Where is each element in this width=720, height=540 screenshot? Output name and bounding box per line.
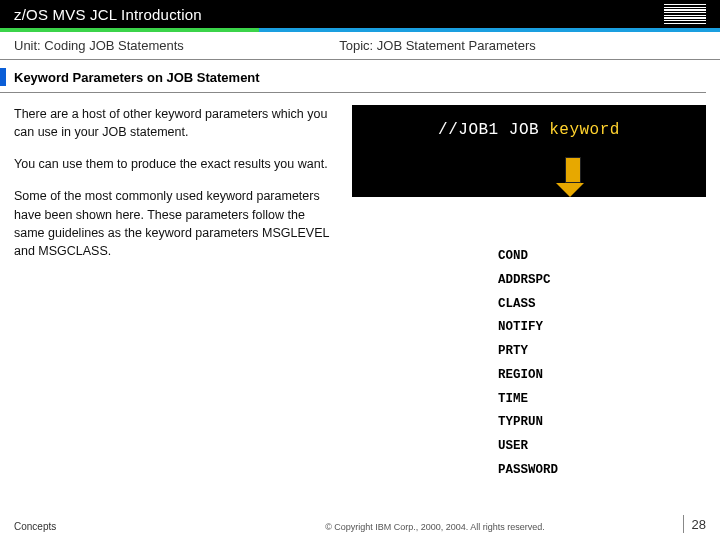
keyword-item: PASSWORD bbox=[498, 459, 706, 483]
paragraph-2: You can use them to produce the exact re… bbox=[14, 155, 334, 173]
keyword-item: CLASS bbox=[498, 293, 706, 317]
code-prefix: //JOB1 JOB bbox=[438, 121, 549, 139]
description-column: There are a host of other keyword parame… bbox=[14, 105, 334, 483]
jcl-code-line: //JOB1 JOB keyword bbox=[364, 121, 694, 139]
footer-page-number: 28 bbox=[656, 515, 706, 532]
course-title: z/OS MVS JCL Introduction bbox=[14, 6, 202, 23]
section-marker-icon bbox=[0, 68, 6, 86]
content-area: There are a host of other keyword parame… bbox=[0, 93, 720, 483]
footer: Concepts © Copyright IBM Corp., 2000, 20… bbox=[0, 515, 720, 532]
subheader: Unit: Coding JOB Statements Topic: JOB S… bbox=[0, 32, 720, 60]
topic-label: Topic: JOB Statement Parameters bbox=[339, 38, 706, 53]
unit-label: Unit: Coding JOB Statements bbox=[14, 38, 339, 53]
keyword-item: PRTY bbox=[498, 340, 706, 364]
ibm-logo-icon bbox=[664, 4, 706, 24]
keyword-item: COND bbox=[498, 245, 706, 269]
code-terminal: //JOB1 JOB keyword bbox=[352, 105, 706, 197]
paragraph-1: There are a host of other keyword parame… bbox=[14, 105, 334, 141]
paragraph-3: Some of the most commonly used keyword p… bbox=[14, 187, 334, 260]
footer-copyright: © Copyright IBM Corp., 2000, 2004. All r… bbox=[214, 522, 656, 532]
keyword-item: NOTIFY bbox=[498, 316, 706, 340]
keyword-item: REGION bbox=[498, 364, 706, 388]
keyword-item: USER bbox=[498, 435, 706, 459]
keyword-list: COND ADDRSPC CLASS NOTIFY PRTY REGION TI… bbox=[498, 245, 706, 483]
section-title-row: Keyword Parameters on JOB Statement bbox=[0, 60, 706, 93]
section-title: Keyword Parameters on JOB Statement bbox=[14, 70, 260, 85]
keyword-item: TIME bbox=[498, 388, 706, 412]
arrow-down-icon bbox=[562, 157, 584, 197]
keyword-item: TYPRUN bbox=[498, 411, 706, 435]
code-keyword: keyword bbox=[549, 121, 620, 139]
keyword-item: ADDRSPC bbox=[498, 269, 706, 293]
footer-left: Concepts bbox=[14, 521, 214, 532]
illustration-column: //JOB1 JOB keyword COND ADDRSPC CLASS NO… bbox=[352, 105, 706, 483]
header-bar: z/OS MVS JCL Introduction bbox=[0, 0, 720, 28]
